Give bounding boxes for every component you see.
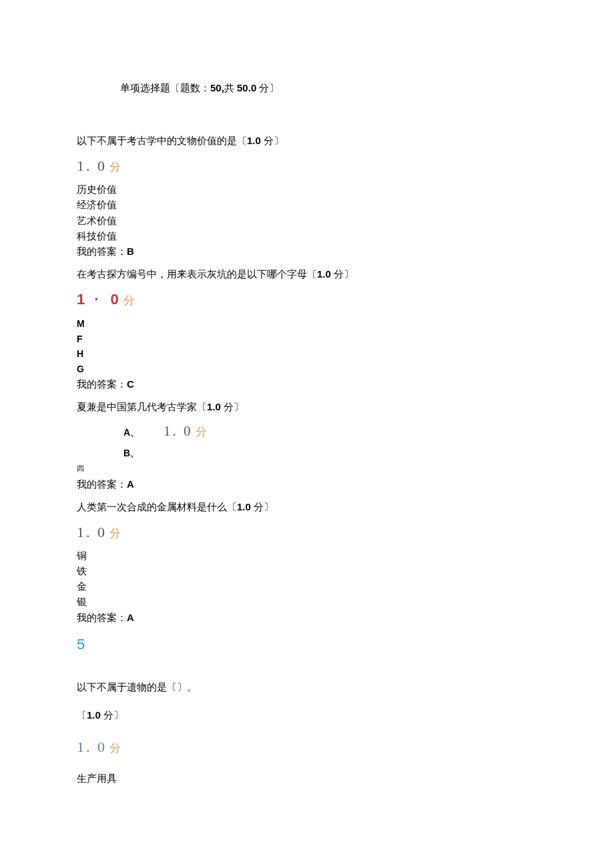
q4-score-num: 1. 0 [77,524,107,540]
q1-score: 1. 0 分 [77,154,537,177]
q3-answer-value: A [127,478,134,490]
q3-inline-score-fen: 分 [193,426,207,438]
q4-text: 人类第一次合成的金属材料是什么〔1.0 分〕 [77,499,537,515]
q5-pts-line: 〔1.0 分〕 [77,707,537,723]
q2-option-a: M [77,316,537,331]
q5-text: 以下不属于遗物的是〔〕。 [77,679,537,695]
q2-option-d: G [77,362,537,376]
q2-stem: 在考古探方编号中，用来表示灰坑的是以下哪个字母〔 [77,268,317,280]
q1-option-d: 科技价值 [77,228,537,244]
q5-pts-open: 〔 [77,709,87,721]
q1-answer: 我的答案：B [77,244,537,260]
q3-stem: 夏兼是中国第几代考古学家〔 [77,401,207,412]
q4-option-b: 铁 [77,563,537,578]
q1-text: 以下不属于考古学中的文物价值的是〔1.0 分〕 [77,133,537,149]
q3-inline-score-num: 1. 0 [164,423,193,439]
q4-answer-value: A [127,612,134,623]
q5-option-a: 生产用具 [77,771,537,786]
q1-pts: 1.0 [247,135,261,146]
q4-pts: 1.0 [237,501,251,512]
q5-score: 1. 0 分 [77,735,537,759]
q3-inline-score: 1. 0 分 [164,423,207,439]
q3-text: 夏兼是中国第几代考古学家〔1.0 分〕 [77,399,537,415]
q3-a-label: A、 [123,427,139,438]
q2-answer: 我的答案：C [77,376,537,392]
q4-option-d: 银 [77,594,537,609]
q2-score: 1 · 0 分 [77,288,537,311]
section-total-prefix: 共 [224,82,237,93]
q5-score-fen: 分 [107,742,121,755]
q5-number: 5 [77,632,537,656]
q2-score-b: 0 [111,291,120,308]
q1-score-num: 1. 0 [77,157,107,174]
q2-answer-value: C [127,378,134,390]
q2-option-c: H [77,346,537,361]
q4-score: 1. 0 分 [77,520,537,544]
section-suffix: 分〕 [256,82,279,93]
q1-answer-label: 我的答案： [77,246,127,257]
q3-b-label: B、 [123,448,139,458]
q2-answer-label: 我的答案： [77,378,127,390]
q1-option-c: 艺术价值 [77,213,537,228]
q5-pts-suffix: 分〕 [101,709,123,721]
q1-answer-value: B [127,246,134,257]
q3-pts-suffix: 分〕 [221,401,244,412]
q4-score-fen: 分 [107,527,121,540]
q3-option-four: 四 [77,463,537,475]
q4-pts-suffix: 分〕 [251,501,274,512]
q4-answer: 我的答案：A [77,610,537,626]
q5-pts: 1.0 [87,709,101,721]
section-title: 单项选择题〔题数：50,共 50.0 分〕 [120,80,537,96]
q3-pts: 1.0 [207,401,221,412]
q2-score-a: 1 [77,291,86,308]
q2-text: 在考古探方编号中，用来表示灰坑的是以下哪个字母〔1.0 分〕 [77,266,537,282]
q3-answer-label: 我的答案： [77,478,127,490]
q1-stem: 以下不属于考古学中的文物价值的是〔 [77,135,247,146]
q1-pts-suffix: 分〕 [261,135,284,146]
q1-option-b: 经济价值 [77,197,537,212]
section-count: 50, [210,82,224,93]
q2-option-b: F [77,332,537,346]
q1-score-fen: 分 [107,161,121,173]
q3-row-a: A、 1. 0 分 [123,420,537,443]
q2-score-fen: 分 [120,294,135,307]
q2-score-dot: · [86,291,110,308]
q5-score-num: 1. 0 [77,739,107,755]
q4-answer-label: 我的答案： [77,612,127,623]
q2-pts-suffix: 分〕 [331,268,354,280]
q3-answer: 我的答案：A [77,476,537,492]
q4-option-c: 金 [77,578,537,594]
section-title-prefix: 单项选择题〔题数： [120,82,210,93]
section-total: 50.0 [237,82,256,93]
q3-row-b: B、 [123,446,537,460]
q4-option-a: 铜 [77,548,537,563]
q2-pts: 1.0 [317,268,331,280]
q1-option-a: 历史价值 [77,181,537,197]
q4-stem: 人类第一次合成的金属材料是什么〔 [77,501,237,512]
